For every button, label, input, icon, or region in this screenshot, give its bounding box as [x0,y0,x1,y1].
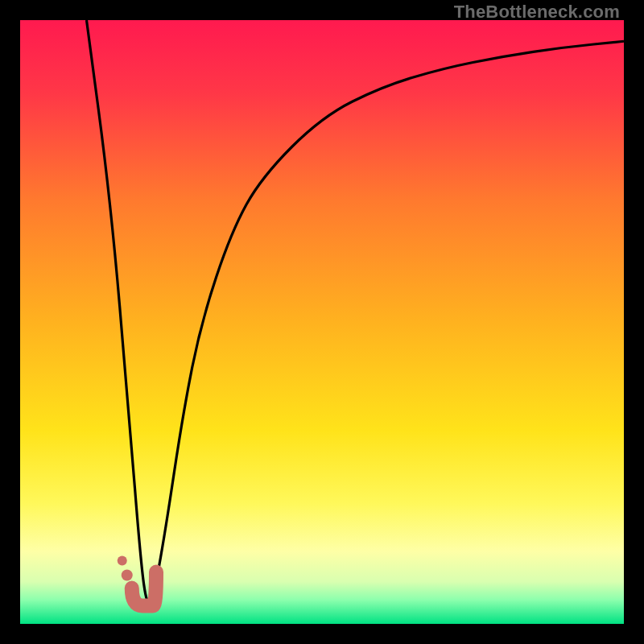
optimal-marker [20,20,624,624]
plot-area [20,20,624,624]
chart-frame: TheBottleneck.com [0,0,644,644]
svg-point-2 [118,556,127,566]
svg-point-1 [122,570,133,581]
